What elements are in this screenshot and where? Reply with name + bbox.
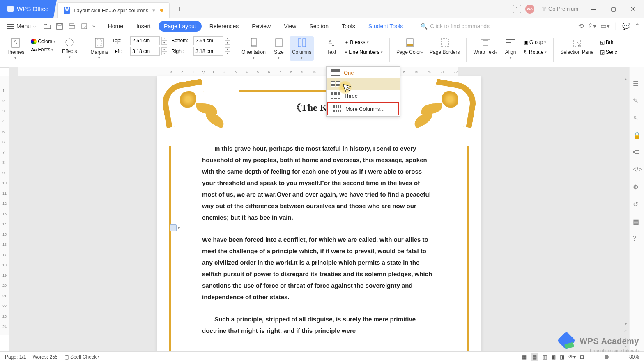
tab-section[interactable]: Section (304, 21, 334, 32)
margins-button[interactable]: Margins▾ (88, 36, 111, 61)
view-icon-2[interactable]: ▤ (531, 353, 538, 361)
scroll-up-icon[interactable]: ▴ (622, 76, 629, 84)
view-icon-5[interactable]: ◨ (560, 354, 564, 360)
rotate-icon: ↻ (524, 49, 528, 55)
main-menu-button[interactable]: Menu ⌵ (4, 23, 39, 30)
fit-icon[interactable]: ⊡ (580, 354, 584, 360)
scroll-down-icon[interactable]: ▾ (622, 322, 629, 329)
colors-button[interactable]: Colors▾ (29, 38, 57, 45)
tab-insert[interactable]: Insert (131, 21, 156, 32)
bring-button[interactable]: ◱Brin (598, 39, 619, 46)
tag-icon[interactable]: 🏷 (633, 149, 641, 157)
columns-three[interactable]: Three (327, 90, 400, 101)
qat-more-icon[interactable]: » (92, 23, 95, 29)
collapse-icon[interactable]: ⌃ (635, 22, 640, 30)
minimize-button[interactable]: — (586, 2, 601, 16)
view-icon-3[interactable]: ▥ (543, 354, 547, 360)
tab-student-tools[interactable]: Student Tools (363, 21, 409, 32)
columns-two[interactable]: Two (327, 78, 400, 90)
cursor-icon[interactable]: ↖ (633, 114, 641, 122)
hamburger-icon[interactable]: ☰ (633, 80, 641, 88)
tab-references[interactable]: References (204, 21, 244, 32)
overflow-icon[interactable]: ▾ (152, 7, 155, 14)
page-indicator[interactable]: 1 (513, 5, 521, 13)
tab-tools[interactable]: Tools (336, 21, 361, 32)
group-button[interactable]: ▣Group▾ (522, 39, 548, 46)
zoom-out-icon[interactable]: − (588, 354, 591, 360)
print-icon[interactable] (68, 22, 76, 30)
sliders-icon[interactable]: ⚙ (633, 183, 641, 191)
preview-icon[interactable] (80, 22, 88, 30)
effects-button[interactable]: Effects▾ (60, 36, 79, 60)
code-icon[interactable]: </> (633, 166, 641, 174)
sync-icon[interactable]: ⟲ (578, 22, 584, 30)
fonts-button[interactable]: AaFonts▾ (29, 46, 57, 53)
open-icon[interactable] (43, 22, 51, 30)
lock-icon[interactable]: 🔒 (633, 131, 641, 140)
pencil-icon[interactable]: ✎ (633, 97, 641, 105)
maximize-button[interactable]: ▢ (605, 2, 621, 16)
rotate-button[interactable]: ↻Rotate▾ (522, 48, 548, 56)
share-icon[interactable]: ⇪▾ (588, 22, 596, 30)
top-spinner[interactable]: ▴▾ (161, 37, 167, 45)
align-button[interactable]: Align▾ (501, 36, 520, 61)
selection-pane-button[interactable]: Selection Pane (558, 36, 596, 56)
view-icon-1[interactable]: ▦ (522, 354, 527, 360)
eye-icon[interactable]: 👁▾ (568, 354, 576, 360)
app-badge[interactable]: WPS Office (0, 0, 57, 18)
zoom-slider[interactable]: − (588, 354, 625, 360)
word-count[interactable]: Words: 255 (32, 354, 58, 360)
send-button[interactable]: ◲Senc (598, 48, 619, 56)
spell-check[interactable]: ▢ Spell Check › (64, 354, 100, 360)
margin-top-input[interactable] (130, 36, 160, 45)
canvas[interactable]: 321 ▽ 1234 5678 910 17181920 2122 《The K… (9, 67, 629, 351)
vertical-scrollbar[interactable]: ▴ ▾ « ○ » (622, 76, 629, 351)
size-button[interactable]: Size▾ (270, 36, 288, 61)
view-icon-4[interactable]: ▣ (551, 354, 556, 360)
command-search[interactable]: 🔍 Click to find commands (421, 23, 490, 30)
columns-one[interactable]: One (327, 67, 400, 78)
left-spinner[interactable]: ▴▾ (161, 47, 167, 55)
mode-icon[interactable]: ▭▾ (600, 22, 610, 30)
go-premium-button[interactable]: ♕ Go Premium (538, 6, 582, 12)
ruler-corner[interactable]: L (0, 67, 9, 76)
document-page[interactable]: 《The King's ▾ In this grave hour, perhap… (157, 76, 481, 351)
line-numbers-button[interactable]: ≡Line Numbers▾ (343, 48, 384, 56)
wrap-text-button[interactable]: Wrap Text▾ (471, 36, 500, 56)
zoom-value[interactable]: 80% (629, 354, 639, 360)
margin-bottom-input[interactable] (193, 36, 223, 45)
new-tab-button[interactable]: + (177, 4, 182, 14)
indent-marker-icon[interactable]: ▽ (202, 69, 205, 74)
paragraph-options-floater[interactable]: ▾ (170, 224, 180, 231)
page-borders-button[interactable]: Page Borders (427, 36, 462, 56)
tab-review[interactable]: Review (246, 21, 276, 32)
save-icon[interactable] (55, 22, 64, 30)
svg-rect-17 (441, 39, 448, 47)
linenum-icon: ≡ (345, 49, 347, 55)
close-button[interactable]: ✕ (625, 2, 641, 16)
page-indicator[interactable]: Page: 1/1 (5, 354, 26, 360)
columns-more[interactable]: More Columns... (327, 102, 399, 115)
page-color-button[interactable]: Page Color▾ (394, 36, 426, 56)
app-logo-icon (7, 6, 14, 12)
breaks-button[interactable]: ⊞Breaks▾ (343, 39, 384, 46)
orientation-button[interactable]: Orientation▾ (239, 36, 268, 61)
textdir-button[interactable]: A Text (322, 36, 340, 56)
chat-icon[interactable]: 💬 (622, 22, 630, 30)
margin-left-input[interactable] (130, 47, 160, 56)
themes-button[interactable]: A Themes▾ (4, 36, 27, 61)
tab-page-layout[interactable]: Page Layout (159, 21, 202, 32)
document-tab[interactable]: Layout skill-Ho...e split columns ▾ (58, 2, 170, 18)
layout-icon[interactable]: ▤ (633, 218, 641, 226)
margin-right-input[interactable] (193, 47, 223, 56)
bottom-spinner[interactable]: ▴▾ (225, 37, 230, 45)
tab-view[interactable]: View (278, 21, 301, 32)
help-icon[interactable]: ? (633, 235, 641, 243)
vertical-ruler[interactable]: 1234 5678 9101112 13141516 17181920 2122… (0, 76, 9, 335)
margins-icon (94, 37, 105, 48)
columns-button[interactable]: Columns▾ (290, 36, 314, 61)
right-spinner[interactable]: ▴▾ (225, 47, 230, 55)
user-avatar[interactable]: WA (525, 5, 534, 14)
history-icon[interactable]: ↺ (633, 200, 641, 208)
tab-home[interactable]: Home (103, 21, 129, 32)
